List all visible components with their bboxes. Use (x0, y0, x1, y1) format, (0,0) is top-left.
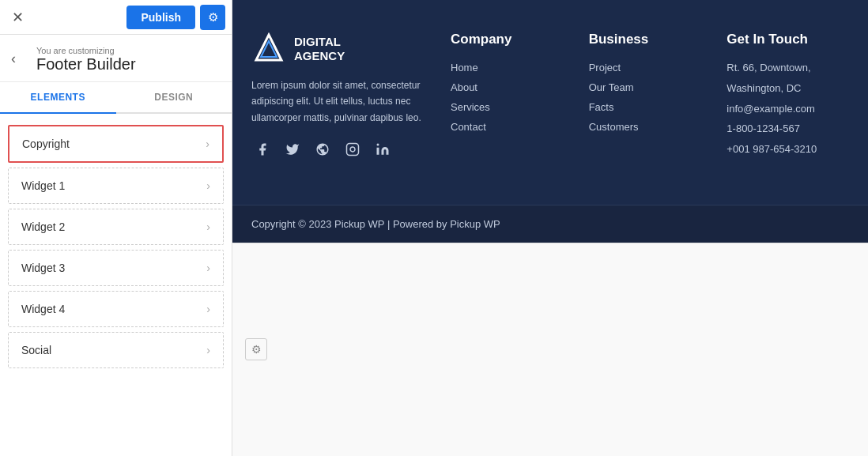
google-icon[interactable] (311, 138, 334, 160)
business-links: Project Our Team Facts Customers (589, 60, 711, 134)
elements-list: Copyright › Widget 1 › Widget 2 › Widget… (0, 114, 232, 456)
customizing-section: ‹ You are customizing Footer Builder (0, 35, 232, 82)
chevron-right-icon: › (206, 220, 210, 233)
company-title: Company (451, 32, 573, 47)
chevron-right-icon: › (206, 138, 209, 150)
top-bar: ✕ Publish ⚙ (0, 0, 232, 35)
bottom-bar: ⚙ (232, 243, 868, 456)
right-panel: DIGITAL AGENCY Lorem ipsum dolor sit ame… (232, 0, 868, 456)
publish-button[interactable]: Publish (126, 6, 195, 29)
customizing-title: Footer Builder (36, 55, 219, 73)
twitter-icon[interactable] (281, 138, 304, 160)
logo-text: DIGITAL AGENCY (294, 35, 345, 63)
tab-elements[interactable]: ELEMENTS (0, 82, 116, 114)
logo-icon (251, 32, 286, 66)
element-label: Widget 3 (21, 262, 65, 274)
footer-description: Lorem ipsum dolor sit amet, consectetur … (251, 77, 435, 126)
tabs-bar: ELEMENTS DESIGN (0, 82, 232, 114)
gear-icon: ⚙ (208, 10, 218, 24)
list-item[interactable]: Contact (451, 119, 573, 134)
element-label: Social (21, 344, 51, 356)
element-copyright[interactable]: Copyright › (8, 125, 224, 163)
gear-icon: ⚙ (251, 343, 262, 356)
element-widget1[interactable]: Widget 1 › (8, 168, 224, 204)
contact-title: Get In Touch (726, 32, 849, 47)
footer-preview: DIGITAL AGENCY Lorem ipsum dolor sit ame… (232, 0, 868, 205)
facebook-icon[interactable] (251, 138, 274, 160)
svg-point-4 (377, 144, 379, 146)
footer-top: DIGITAL AGENCY Lorem ipsum dolor sit ame… (251, 32, 849, 162)
contact-address2: Washington, DC (726, 81, 849, 97)
footer-col-company: Company Home About Services Contact (451, 32, 573, 162)
contact-email: info@example.com (726, 101, 849, 118)
element-label: Widget 2 (21, 220, 65, 233)
list-item[interactable]: Customers (589, 119, 711, 134)
close-button[interactable]: ✕ (6, 6, 28, 28)
chevron-right-icon: › (206, 344, 210, 356)
chevron-right-icon: › (206, 303, 210, 315)
company-links: Home About Services Contact (451, 60, 573, 134)
footer-col-business: Business Project Our Team Facts Customer… (589, 32, 711, 162)
element-widget2[interactable]: Widget 2 › (8, 209, 224, 245)
chevron-right-icon: › (206, 262, 210, 274)
list-item[interactable]: Project (589, 60, 711, 74)
element-label: Widget 1 (21, 179, 65, 192)
element-widget4[interactable]: Widget 4 › (8, 291, 224, 327)
instagram-icon[interactable] (342, 138, 364, 160)
footer-copyright-bar: Copyright © 2023 Pickup WP | Powered by … (232, 205, 868, 243)
bottom-gear-button[interactable]: ⚙ (245, 338, 267, 360)
contact-address1: Rt. 66, Downtown, (726, 60, 849, 77)
copyright-text: Copyright © 2023 Pickup WP | Powered by … (251, 218, 500, 230)
element-social[interactable]: Social › (8, 332, 224, 368)
list-item[interactable]: Services (451, 100, 573, 114)
svg-rect-2 (347, 144, 359, 156)
list-item[interactable]: Facts (589, 100, 711, 114)
element-label: Widget 4 (21, 303, 65, 315)
settings-button[interactable]: ⚙ (200, 5, 225, 30)
contact-phone2: +001 987-654-3210 (726, 141, 849, 158)
list-item[interactable]: Our Team (589, 80, 711, 94)
business-title: Business (589, 32, 711, 47)
list-item[interactable]: About (451, 80, 573, 94)
element-widget3[interactable]: Widget 3 › (8, 250, 224, 286)
contact-phone1: 1-800-1234-567 (726, 121, 849, 138)
element-label: Copyright (22, 138, 70, 150)
back-button[interactable]: ‹ (11, 50, 16, 66)
linkedin-icon[interactable] (372, 138, 394, 160)
left-panel: ✕ Publish ⚙ ‹ You are customizing Footer… (0, 0, 232, 456)
tab-design[interactable]: DESIGN (116, 82, 232, 112)
chevron-right-icon: › (206, 179, 210, 192)
logo-area: DIGITAL AGENCY (251, 32, 435, 66)
footer-col-logo: DIGITAL AGENCY Lorem ipsum dolor sit ame… (251, 32, 435, 162)
footer-col-contact: Get In Touch Rt. 66, Downtown, Washingto… (726, 32, 849, 162)
social-icons (251, 138, 435, 160)
list-item[interactable]: Home (451, 60, 573, 74)
customizing-label: You are customizing (36, 46, 219, 55)
